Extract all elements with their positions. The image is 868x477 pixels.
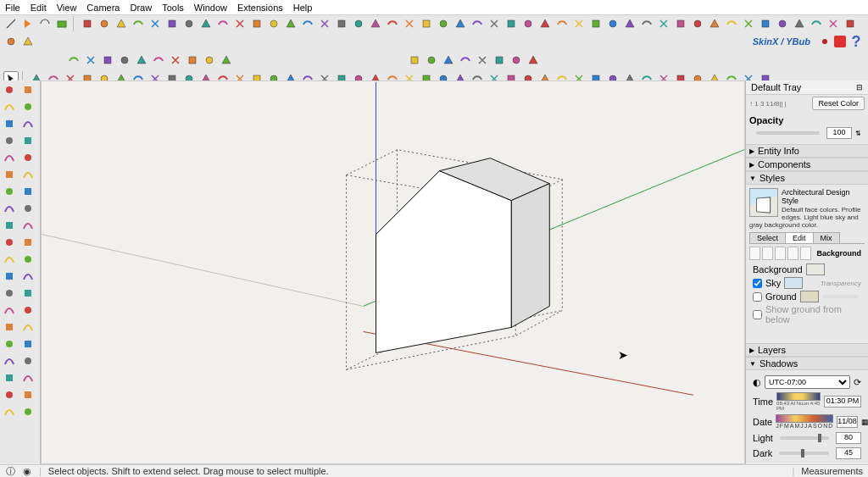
toolbar-btn[interactable]: [181, 16, 197, 31]
light-slider[interactable]: [780, 436, 829, 440]
dark-slider[interactable]: [779, 452, 829, 455]
left-tool-btn[interactable]: [20, 167, 36, 182]
toolbar-btn[interactable]: [441, 53, 456, 68]
left-tool-btn[interactable]: [2, 201, 17, 216]
toolbar-btn[interactable]: [300, 16, 315, 31]
opacity-slider[interactable]: [756, 131, 820, 135]
left-tool-btn[interactable]: [20, 133, 36, 148]
toolbar-btn[interactable]: [470, 16, 485, 31]
toolbar-btn[interactable]: [424, 53, 439, 68]
viewport-3d[interactable]: ➤: [41, 80, 745, 464]
timezone-select[interactable]: UTC-07:00: [765, 375, 850, 389]
toolbar-btn[interactable]: [487, 16, 502, 31]
dark-value[interactable]: 45: [836, 447, 861, 459]
toolbar-btn[interactable]: [368, 16, 383, 31]
toolbar-btn[interactable]: [334, 16, 349, 31]
toolbar-btn[interactable]: [114, 16, 129, 31]
modeling-settings-icon[interactable]: [800, 247, 811, 260]
left-tool-btn[interactable]: [20, 235, 36, 250]
left-tool-btn[interactable]: [20, 184, 36, 199]
toolbar-btn[interactable]: [690, 16, 705, 31]
show-ground-checkbox[interactable]: [753, 310, 762, 319]
left-tool-btn[interactable]: [20, 370, 36, 385]
toolbar-btn[interactable]: [792, 16, 807, 31]
toolbar-btn[interactable]: [605, 16, 620, 31]
toolbar-btn[interactable]: [151, 53, 166, 68]
toolbar-btn[interactable]: [147, 16, 163, 31]
toolbar-btn[interactable]: [707, 16, 722, 31]
toolbar-btn[interactable]: [402, 16, 417, 31]
viewport-canvas[interactable]: [42, 81, 744, 463]
toolbar-btn[interactable]: [504, 16, 519, 31]
tab-select[interactable]: Select: [749, 232, 786, 243]
left-tool-btn[interactable]: [2, 218, 17, 233]
time-value[interactable]: 01:30 PM: [824, 396, 861, 408]
left-tool-btn[interactable]: [20, 319, 36, 335]
toolbar-btn[interactable]: [554, 16, 570, 31]
toolbar-btn[interactable]: [37, 16, 53, 31]
toolbar-btn[interactable]: [526, 53, 541, 68]
menu-file[interactable]: File: [5, 3, 20, 13]
opacity-stepper-icon[interactable]: ⇅: [855, 130, 861, 137]
style-thumbnail-icon[interactable]: [749, 188, 778, 217]
toolbar-btn[interactable]: [809, 16, 824, 31]
toolbar-btn[interactable]: [117, 53, 132, 68]
left-tool-btn[interactable]: [20, 116, 36, 131]
left-tool-btn[interactable]: [2, 184, 17, 199]
time-slider[interactable]: [776, 392, 821, 401]
ground-swatch[interactable]: [800, 291, 819, 302]
left-tool-btn[interactable]: [2, 286, 17, 301]
menu-help[interactable]: Help: [293, 3, 313, 13]
tray-pin-icon[interactable]: ⊟: [856, 83, 863, 92]
panel-shadows[interactable]: ▼Shadows: [746, 357, 868, 370]
left-tool-btn[interactable]: [20, 150, 36, 165]
status-help-icon[interactable]: ⓘ: [5, 466, 15, 476]
toolbar-btn[interactable]: [54, 16, 70, 31]
light-value[interactable]: 80: [836, 432, 861, 444]
left-tool-btn[interactable]: [2, 252, 17, 267]
toolbar-btn[interactable]: [168, 53, 183, 68]
menu-edit[interactable]: Edit: [31, 3, 47, 13]
left-tool-btn[interactable]: [20, 269, 36, 284]
toolbar-btn[interactable]: [520, 16, 536, 31]
left-tool-btn[interactable]: [2, 82, 17, 97]
menu-view[interactable]: View: [57, 3, 77, 13]
reset-color-button[interactable]: Reset Color: [812, 97, 865, 110]
left-tool-btn[interactable]: [20, 99, 36, 114]
toolbar-btn[interactable]: [215, 16, 231, 31]
edge-settings-icon[interactable]: [749, 247, 760, 260]
left-tool-btn[interactable]: [20, 252, 36, 267]
toolbar-btn[interactable]: [407, 53, 422, 68]
toolbar-btn[interactable]: [758, 16, 773, 31]
date-value[interactable]: 11/08: [837, 416, 858, 428]
toolbar-btn[interactable]: [724, 16, 739, 31]
toolbar-btn[interactable]: [249, 16, 264, 31]
toolbar-btn[interactable]: [80, 16, 95, 31]
toolbar-btn[interactable]: [537, 16, 553, 31]
tray-title[interactable]: Default Tray ⊟: [746, 80, 868, 95]
left-tool-btn[interactable]: [20, 404, 36, 419]
brand-help-icon[interactable]: ?: [848, 33, 865, 50]
toolbar-btn[interactable]: [588, 16, 604, 31]
shadows-refresh-icon[interactable]: ⟳: [854, 377, 861, 388]
toolbar-btn[interactable]: [20, 34, 36, 49]
toolbar-btn[interactable]: [656, 16, 671, 31]
left-tool-btn[interactable]: [2, 150, 17, 165]
toolbar-btn[interactable]: [826, 16, 841, 31]
status-user-icon[interactable]: ◉: [22, 466, 32, 476]
left-tool-btn[interactable]: [2, 336, 17, 352]
toolbar-btn[interactable]: [509, 53, 524, 68]
panel-layers[interactable]: ▶Layers: [746, 343, 868, 357]
left-tool-btn[interactable]: [20, 302, 36, 318]
toolbar-btn[interactable]: [492, 53, 507, 68]
left-tool-btn[interactable]: [2, 387, 17, 402]
toolbar-btn[interactable]: [673, 16, 688, 31]
menu-tools[interactable]: Tools: [162, 3, 184, 13]
sky-checkbox[interactable]: [753, 279, 762, 288]
tab-edit[interactable]: Edit: [785, 232, 814, 243]
left-tool-btn[interactable]: [2, 116, 17, 131]
toolbar-btn[interactable]: [3, 16, 19, 31]
left-tool-btn[interactable]: [2, 167, 17, 182]
watermark-settings-icon[interactable]: [787, 247, 798, 260]
toolbar-btn[interactable]: [741, 16, 756, 31]
